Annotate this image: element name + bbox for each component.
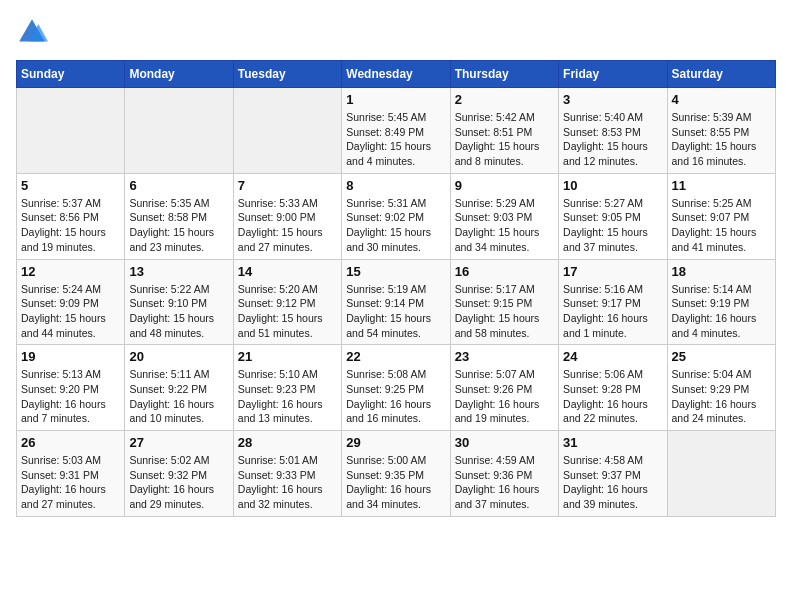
day-info: Sunrise: 5:03 AMSunset: 9:31 PMDaylight:…	[21, 453, 120, 512]
day-info: Sunrise: 5:45 AMSunset: 8:49 PMDaylight:…	[346, 110, 445, 169]
day-info: Sunrise: 5:16 AMSunset: 9:17 PMDaylight:…	[563, 282, 662, 341]
day-number: 5	[21, 178, 120, 193]
day-number: 12	[21, 264, 120, 279]
day-number: 31	[563, 435, 662, 450]
calendar-cell: 25Sunrise: 5:04 AMSunset: 9:29 PMDayligh…	[667, 345, 775, 431]
calendar-cell: 27Sunrise: 5:02 AMSunset: 9:32 PMDayligh…	[125, 431, 233, 517]
day-number: 16	[455, 264, 554, 279]
col-header-friday: Friday	[559, 61, 667, 88]
day-info: Sunrise: 4:59 AMSunset: 9:36 PMDaylight:…	[455, 453, 554, 512]
day-number: 3	[563, 92, 662, 107]
day-info: Sunrise: 5:06 AMSunset: 9:28 PMDaylight:…	[563, 367, 662, 426]
day-number: 15	[346, 264, 445, 279]
day-info: Sunrise: 4:58 AMSunset: 9:37 PMDaylight:…	[563, 453, 662, 512]
calendar-cell: 6Sunrise: 5:35 AMSunset: 8:58 PMDaylight…	[125, 173, 233, 259]
day-info: Sunrise: 5:37 AMSunset: 8:56 PMDaylight:…	[21, 196, 120, 255]
day-number: 9	[455, 178, 554, 193]
col-header-sunday: Sunday	[17, 61, 125, 88]
day-info: Sunrise: 5:29 AMSunset: 9:03 PMDaylight:…	[455, 196, 554, 255]
calendar-cell: 21Sunrise: 5:10 AMSunset: 9:23 PMDayligh…	[233, 345, 341, 431]
day-number: 1	[346, 92, 445, 107]
week-row-2: 5Sunrise: 5:37 AMSunset: 8:56 PMDaylight…	[17, 173, 776, 259]
day-info: Sunrise: 5:40 AMSunset: 8:53 PMDaylight:…	[563, 110, 662, 169]
calendar-cell: 2Sunrise: 5:42 AMSunset: 8:51 PMDaylight…	[450, 88, 558, 174]
day-info: Sunrise: 5:39 AMSunset: 8:55 PMDaylight:…	[672, 110, 771, 169]
day-number: 19	[21, 349, 120, 364]
calendar-cell: 1Sunrise: 5:45 AMSunset: 8:49 PMDaylight…	[342, 88, 450, 174]
day-info: Sunrise: 5:17 AMSunset: 9:15 PMDaylight:…	[455, 282, 554, 341]
col-header-thursday: Thursday	[450, 61, 558, 88]
day-number: 6	[129, 178, 228, 193]
calendar-cell: 22Sunrise: 5:08 AMSunset: 9:25 PMDayligh…	[342, 345, 450, 431]
calendar-cell: 31Sunrise: 4:58 AMSunset: 9:37 PMDayligh…	[559, 431, 667, 517]
day-number: 30	[455, 435, 554, 450]
day-info: Sunrise: 5:14 AMSunset: 9:19 PMDaylight:…	[672, 282, 771, 341]
calendar-cell: 19Sunrise: 5:13 AMSunset: 9:20 PMDayligh…	[17, 345, 125, 431]
day-info: Sunrise: 5:20 AMSunset: 9:12 PMDaylight:…	[238, 282, 337, 341]
day-number: 29	[346, 435, 445, 450]
day-info: Sunrise: 5:00 AMSunset: 9:35 PMDaylight:…	[346, 453, 445, 512]
calendar-cell: 15Sunrise: 5:19 AMSunset: 9:14 PMDayligh…	[342, 259, 450, 345]
calendar-cell	[17, 88, 125, 174]
day-number: 18	[672, 264, 771, 279]
calendar-cell: 23Sunrise: 5:07 AMSunset: 9:26 PMDayligh…	[450, 345, 558, 431]
calendar-cell: 5Sunrise: 5:37 AMSunset: 8:56 PMDaylight…	[17, 173, 125, 259]
day-info: Sunrise: 5:04 AMSunset: 9:29 PMDaylight:…	[672, 367, 771, 426]
day-info: Sunrise: 5:02 AMSunset: 9:32 PMDaylight:…	[129, 453, 228, 512]
calendar-cell	[233, 88, 341, 174]
day-number: 26	[21, 435, 120, 450]
day-info: Sunrise: 5:07 AMSunset: 9:26 PMDaylight:…	[455, 367, 554, 426]
col-header-saturday: Saturday	[667, 61, 775, 88]
calendar-cell: 11Sunrise: 5:25 AMSunset: 9:07 PMDayligh…	[667, 173, 775, 259]
page-header	[16, 16, 776, 48]
day-number: 17	[563, 264, 662, 279]
day-number: 8	[346, 178, 445, 193]
calendar-cell: 18Sunrise: 5:14 AMSunset: 9:19 PMDayligh…	[667, 259, 775, 345]
day-number: 13	[129, 264, 228, 279]
day-number: 28	[238, 435, 337, 450]
day-info: Sunrise: 5:42 AMSunset: 8:51 PMDaylight:…	[455, 110, 554, 169]
week-row-1: 1Sunrise: 5:45 AMSunset: 8:49 PMDaylight…	[17, 88, 776, 174]
day-number: 24	[563, 349, 662, 364]
day-info: Sunrise: 5:10 AMSunset: 9:23 PMDaylight:…	[238, 367, 337, 426]
calendar-cell: 10Sunrise: 5:27 AMSunset: 9:05 PMDayligh…	[559, 173, 667, 259]
week-row-3: 12Sunrise: 5:24 AMSunset: 9:09 PMDayligh…	[17, 259, 776, 345]
calendar-cell: 13Sunrise: 5:22 AMSunset: 9:10 PMDayligh…	[125, 259, 233, 345]
calendar-cell: 7Sunrise: 5:33 AMSunset: 9:00 PMDaylight…	[233, 173, 341, 259]
calendar-cell: 29Sunrise: 5:00 AMSunset: 9:35 PMDayligh…	[342, 431, 450, 517]
calendar-cell	[125, 88, 233, 174]
day-number: 25	[672, 349, 771, 364]
day-number: 10	[563, 178, 662, 193]
day-number: 20	[129, 349, 228, 364]
week-row-4: 19Sunrise: 5:13 AMSunset: 9:20 PMDayligh…	[17, 345, 776, 431]
col-header-tuesday: Tuesday	[233, 61, 341, 88]
calendar-cell: 28Sunrise: 5:01 AMSunset: 9:33 PMDayligh…	[233, 431, 341, 517]
calendar-cell: 17Sunrise: 5:16 AMSunset: 9:17 PMDayligh…	[559, 259, 667, 345]
day-info: Sunrise: 5:25 AMSunset: 9:07 PMDaylight:…	[672, 196, 771, 255]
day-info: Sunrise: 5:11 AMSunset: 9:22 PMDaylight:…	[129, 367, 228, 426]
day-info: Sunrise: 5:33 AMSunset: 9:00 PMDaylight:…	[238, 196, 337, 255]
day-info: Sunrise: 5:08 AMSunset: 9:25 PMDaylight:…	[346, 367, 445, 426]
calendar-cell	[667, 431, 775, 517]
day-info: Sunrise: 5:13 AMSunset: 9:20 PMDaylight:…	[21, 367, 120, 426]
day-info: Sunrise: 5:22 AMSunset: 9:10 PMDaylight:…	[129, 282, 228, 341]
day-number: 7	[238, 178, 337, 193]
day-number: 14	[238, 264, 337, 279]
calendar-cell: 24Sunrise: 5:06 AMSunset: 9:28 PMDayligh…	[559, 345, 667, 431]
day-info: Sunrise: 5:35 AMSunset: 8:58 PMDaylight:…	[129, 196, 228, 255]
logo-icon	[16, 16, 48, 48]
day-number: 23	[455, 349, 554, 364]
day-number: 2	[455, 92, 554, 107]
day-info: Sunrise: 5:24 AMSunset: 9:09 PMDaylight:…	[21, 282, 120, 341]
day-info: Sunrise: 5:01 AMSunset: 9:33 PMDaylight:…	[238, 453, 337, 512]
week-row-5: 26Sunrise: 5:03 AMSunset: 9:31 PMDayligh…	[17, 431, 776, 517]
col-header-monday: Monday	[125, 61, 233, 88]
calendar-cell: 30Sunrise: 4:59 AMSunset: 9:36 PMDayligh…	[450, 431, 558, 517]
calendar-cell: 12Sunrise: 5:24 AMSunset: 9:09 PMDayligh…	[17, 259, 125, 345]
day-number: 22	[346, 349, 445, 364]
day-number: 4	[672, 92, 771, 107]
day-info: Sunrise: 5:31 AMSunset: 9:02 PMDaylight:…	[346, 196, 445, 255]
day-number: 21	[238, 349, 337, 364]
calendar-cell: 16Sunrise: 5:17 AMSunset: 9:15 PMDayligh…	[450, 259, 558, 345]
day-info: Sunrise: 5:27 AMSunset: 9:05 PMDaylight:…	[563, 196, 662, 255]
